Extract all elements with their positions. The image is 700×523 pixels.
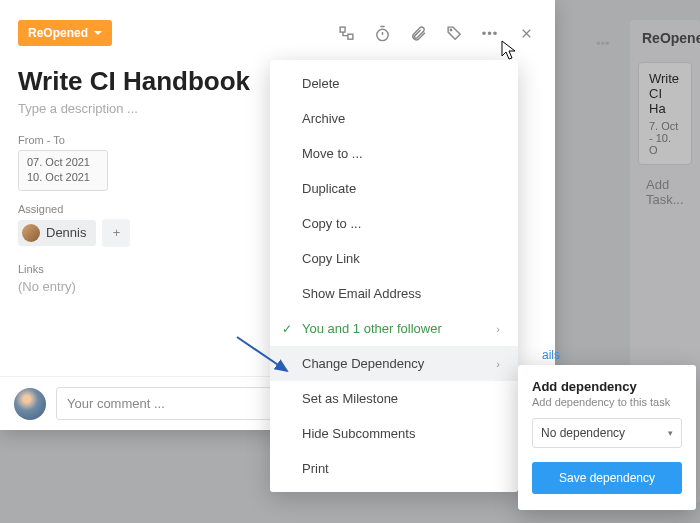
date-to: 10. Oct 2021 xyxy=(27,170,99,185)
more-menu: Delete Archive Move to ... Duplicate Cop… xyxy=(270,60,518,492)
dependency-title: Add dependency xyxy=(532,379,682,394)
add-assignee-button[interactable]: + xyxy=(102,219,130,247)
menu-archive[interactable]: Archive xyxy=(270,101,518,136)
status-chip[interactable]: ReOpened xyxy=(18,20,112,46)
save-dependency-button[interactable]: Save dependency xyxy=(532,462,682,494)
dependency-subtitle: Add dependency to this task xyxy=(532,396,682,408)
menu-set-milestone[interactable]: Set as Milestone xyxy=(270,381,518,416)
chevron-right-icon: › xyxy=(496,358,500,370)
subtask-icon[interactable] xyxy=(337,24,355,42)
dependency-selected-value: No dependency xyxy=(541,426,625,440)
close-icon[interactable] xyxy=(517,24,535,42)
attachment-icon[interactable] xyxy=(409,24,427,42)
date-range-input[interactable]: 07. Oct 2021 10. Oct 2021 xyxy=(18,150,108,191)
status-label: ReOpened xyxy=(28,26,88,40)
date-from: 07. Oct 2021 xyxy=(27,155,99,170)
assignee-chip[interactable]: Dennis xyxy=(18,220,96,246)
menu-hide-subcomments[interactable]: Hide Subcomments xyxy=(270,416,518,451)
timer-icon[interactable] xyxy=(373,24,391,42)
chevron-right-icon: › xyxy=(496,323,500,335)
dependency-select[interactable]: No dependency ▾ xyxy=(532,418,682,448)
menu-delete[interactable]: Delete xyxy=(270,66,518,101)
menu-copy-link[interactable]: Copy Link xyxy=(270,241,518,276)
menu-followers-label: You and 1 other follower xyxy=(302,321,442,336)
menu-change-dependency-label: Change Dependency xyxy=(302,356,424,371)
menu-change-dependency[interactable]: Change Dependency › xyxy=(270,346,518,381)
details-link-fragment[interactable]: ails xyxy=(542,348,560,362)
assignee-avatar xyxy=(22,224,40,242)
assignee-name: Dennis xyxy=(46,225,86,240)
menu-print[interactable]: Print xyxy=(270,451,518,486)
current-user-avatar xyxy=(14,388,46,420)
more-icon[interactable]: ••• xyxy=(481,24,499,42)
svg-rect-0 xyxy=(340,27,345,32)
bg-col-more-icon[interactable]: ••• xyxy=(596,36,610,51)
caret-down-icon: ▾ xyxy=(668,428,673,438)
svg-rect-1 xyxy=(347,34,352,39)
dependency-panel: Add dependency Add dependency to this ta… xyxy=(518,365,696,510)
menu-copy-to[interactable]: Copy to ... xyxy=(270,206,518,241)
menu-followers[interactable]: You and 1 other follower › xyxy=(270,311,518,346)
menu-show-email[interactable]: Show Email Address xyxy=(270,276,518,311)
menu-duplicate[interactable]: Duplicate xyxy=(270,171,518,206)
tag-icon[interactable] xyxy=(445,24,463,42)
svg-point-3 xyxy=(450,29,451,30)
menu-move-to[interactable]: Move to ... xyxy=(270,136,518,171)
